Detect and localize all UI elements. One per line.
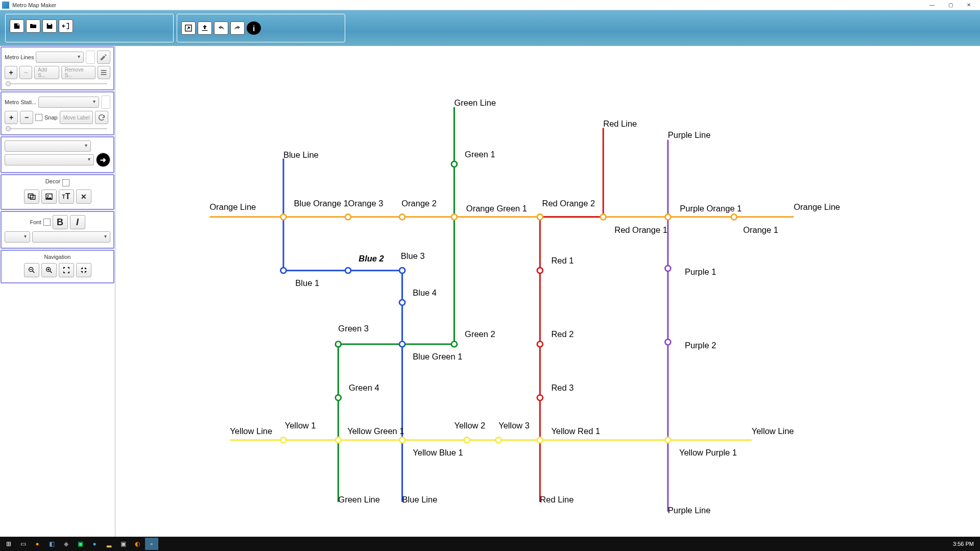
- firefox-icon[interactable]: ●: [31, 538, 44, 550]
- exit-button[interactable]: [59, 19, 73, 33]
- station-marker[interactable]: [537, 437, 543, 443]
- station-marker[interactable]: [537, 268, 543, 273]
- save-button[interactable]: [42, 19, 57, 33]
- minimize-button[interactable]: —: [923, 0, 941, 10]
- station-label[interactable]: Blue 3: [401, 251, 425, 260]
- maximize-button[interactable]: ▢: [941, 0, 960, 10]
- image-button[interactable]: [41, 189, 57, 204]
- app-icon-6[interactable]: ◐: [131, 538, 144, 550]
- station-label[interactable]: Yellow Blue 1: [413, 448, 463, 457]
- bold-button[interactable]: B: [53, 215, 68, 229]
- open-button[interactable]: [26, 19, 40, 33]
- app-icon-1[interactable]: ◧: [45, 538, 58, 550]
- find-route-button[interactable]: ➜: [96, 153, 110, 167]
- station-label[interactable]: Red 1: [551, 256, 573, 265]
- station-marker[interactable]: [665, 214, 671, 220]
- station-label[interactable]: Orange 2: [401, 199, 437, 208]
- station-marker[interactable]: [496, 437, 501, 443]
- station-label[interactable]: Green 3: [338, 324, 369, 333]
- zoom-in-button[interactable]: [41, 263, 57, 277]
- app-icon-5[interactable]: ▣: [116, 538, 130, 550]
- delete-decor-button[interactable]: ✕: [76, 189, 91, 204]
- font-family-dropdown[interactable]: [32, 231, 110, 243]
- station-label[interactable]: Blue Green 1: [413, 352, 462, 361]
- station-marker[interactable]: [537, 214, 543, 220]
- remove-station-button[interactable]: Remove S...: [61, 66, 95, 79]
- metro-line[interactable]: [338, 107, 454, 502]
- station-marker[interactable]: [451, 342, 457, 347]
- expand-button[interactable]: [59, 263, 74, 277]
- redo-button[interactable]: [230, 21, 245, 35]
- station-label[interactable]: Yellow Purple 1: [679, 448, 737, 457]
- snap-checkbox[interactable]: [35, 114, 42, 121]
- station-label[interactable]: Yellow Green 1: [347, 426, 404, 436]
- zoom-out-button[interactable]: [24, 263, 39, 277]
- station-marker[interactable]: [336, 342, 341, 347]
- station-label[interactable]: Orange 3: [348, 199, 384, 208]
- station-marker[interactable]: [399, 300, 405, 305]
- station-marker[interactable]: [451, 161, 457, 167]
- station-marker[interactable]: [336, 437, 341, 443]
- station-label[interactable]: Blue 2: [358, 254, 384, 263]
- move-label-button[interactable]: Move Label: [60, 111, 93, 124]
- station-label[interactable]: Yellow Red 1: [551, 426, 600, 436]
- station-marker[interactable]: [731, 214, 737, 220]
- app-icon-2[interactable]: ◆: [59, 538, 73, 550]
- edit-line-button[interactable]: [97, 51, 110, 64]
- explorer-icon[interactable]: ▂: [102, 538, 115, 550]
- add-line-button[interactable]: +: [5, 66, 17, 79]
- station-label[interactable]: Blue 1: [295, 278, 319, 288]
- station-label[interactable]: Purple Orange 1: [680, 204, 742, 213]
- station-marker[interactable]: [399, 214, 405, 220]
- station-label[interactable]: Green 1: [465, 150, 495, 159]
- station-label[interactable]: Yellow 3: [498, 421, 530, 430]
- station-label[interactable]: Purple 2: [685, 341, 716, 350]
- station-marker[interactable]: [537, 395, 543, 400]
- map-canvas[interactable]: Orange LineOrange LineBlue LineBlue Line…: [115, 46, 980, 537]
- close-button[interactable]: ✕: [960, 0, 978, 10]
- station-label[interactable]: Red Orange 2: [542, 199, 595, 208]
- line-thickness-slider[interactable]: [5, 81, 110, 86]
- info-button[interactable]: i: [247, 21, 261, 35]
- route-to-dropdown[interactable]: [5, 154, 94, 165]
- rotate-label-button[interactable]: [95, 111, 108, 124]
- text-button[interactable]: TT: [59, 189, 74, 204]
- station-marker[interactable]: [399, 342, 405, 347]
- remove-station-btn[interactable]: −: [20, 111, 33, 124]
- font-color-swatch[interactable]: [43, 219, 51, 226]
- start-button[interactable]: ⊞: [2, 538, 15, 550]
- background-color-button[interactable]: [24, 189, 39, 204]
- station-label[interactable]: Green 4: [349, 383, 379, 392]
- app-icon-4[interactable]: ●: [88, 538, 101, 550]
- station-label[interactable]: Red Orange 1: [614, 225, 667, 234]
- station-marker[interactable]: [345, 214, 351, 220]
- app-icon-3[interactable]: ▣: [74, 538, 87, 550]
- metro-lines-dropdown[interactable]: [36, 52, 84, 63]
- import-button[interactable]: [198, 21, 212, 35]
- metro-line[interactable]: [540, 128, 603, 502]
- station-marker[interactable]: [601, 214, 606, 220]
- italic-button[interactable]: I: [70, 215, 85, 229]
- station-label[interactable]: Green 2: [465, 329, 495, 339]
- route-from-dropdown[interactable]: [5, 140, 91, 152]
- station-marker[interactable]: [399, 437, 405, 443]
- station-label[interactable]: Yellow 1: [285, 421, 316, 430]
- font-size-dropdown[interactable]: [5, 231, 30, 243]
- station-label[interactable]: Red 2: [551, 329, 573, 339]
- list-lines-button[interactable]: [98, 66, 110, 79]
- current-app-icon[interactable]: ▫: [145, 538, 158, 550]
- add-station-button[interactable]: Add S...: [34, 66, 59, 79]
- station-marker[interactable]: [665, 437, 671, 443]
- export-button[interactable]: [181, 21, 196, 35]
- station-label[interactable]: Orange Green 1: [466, 204, 527, 213]
- station-label[interactable]: Yellow 2: [454, 421, 485, 430]
- undo-button[interactable]: [214, 21, 228, 35]
- station-marker[interactable]: [537, 342, 543, 347]
- line-color-swatch[interactable]: [86, 51, 95, 64]
- station-marker[interactable]: [280, 214, 286, 220]
- station-marker[interactable]: [280, 437, 286, 443]
- station-marker[interactable]: [464, 437, 470, 443]
- station-marker[interactable]: [665, 266, 671, 271]
- station-marker[interactable]: [399, 268, 405, 273]
- decor-checkbox[interactable]: [62, 179, 69, 186]
